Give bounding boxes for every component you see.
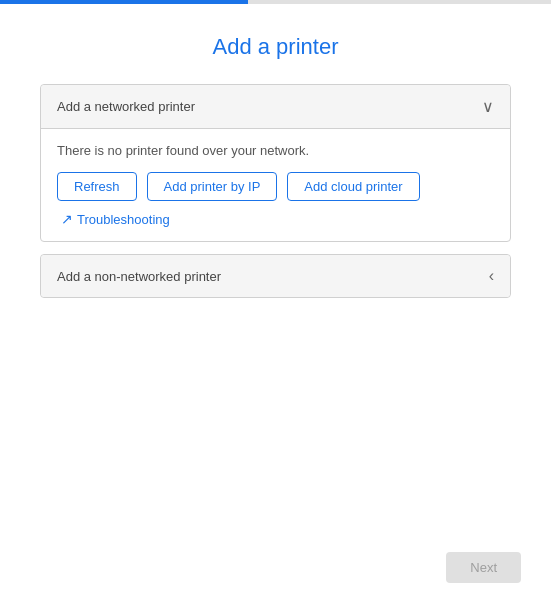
networked-section-body: There is no printer found over your netw… — [41, 128, 510, 241]
networked-printer-section: Add a networked printer ∨ There is no pr… — [40, 84, 511, 242]
non-networked-printer-section: Add a non-networked printer ‹ — [40, 254, 511, 298]
external-link-icon: ↗ — [61, 211, 73, 227]
action-buttons-row: Refresh Add printer by IP Add cloud prin… — [57, 172, 494, 227]
non-networked-section-header[interactable]: Add a non-networked printer ‹ — [41, 255, 510, 297]
chevron-left-icon: ‹ — [489, 267, 494, 285]
non-networked-section-label: Add a non-networked printer — [57, 269, 221, 284]
page-title: Add a printer — [40, 34, 511, 60]
add-cloud-printer-button[interactable]: Add cloud printer — [287, 172, 419, 201]
no-printer-text: There is no printer found over your netw… — [57, 143, 494, 158]
add-printer-by-ip-button[interactable]: Add printer by IP — [147, 172, 278, 201]
networked-section-header[interactable]: Add a networked printer ∨ — [41, 85, 510, 128]
networked-section-label: Add a networked printer — [57, 99, 195, 114]
troubleshooting-label: Troubleshooting — [77, 212, 170, 227]
next-button[interactable]: Next — [446, 552, 521, 583]
troubleshooting-link[interactable]: ↗ Troubleshooting — [61, 211, 170, 227]
refresh-button[interactable]: Refresh — [57, 172, 137, 201]
chevron-down-icon: ∨ — [482, 97, 494, 116]
